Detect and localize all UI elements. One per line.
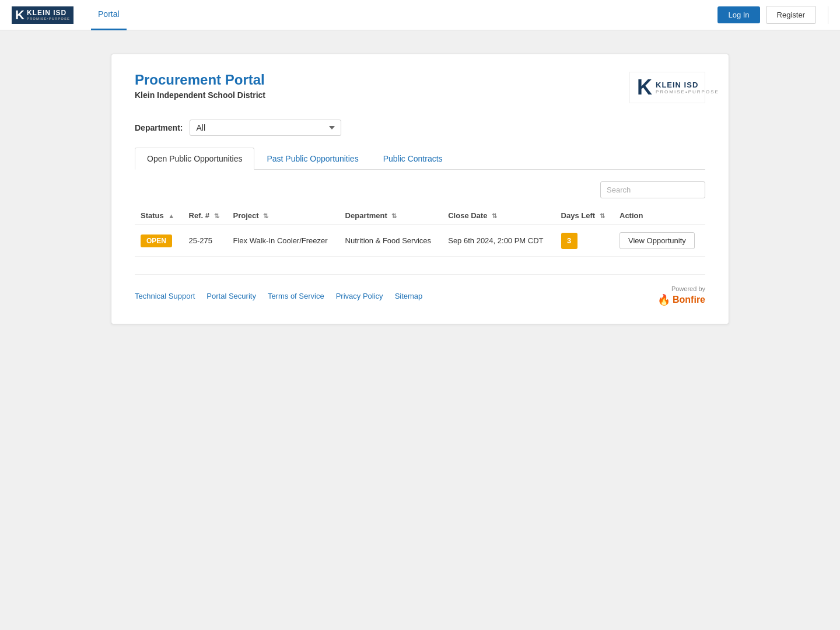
nav-divider <box>828 6 828 24</box>
top-navigation: K KLEIN ISD PROMISE•PURPOSE Portal Log I… <box>0 0 840 30</box>
card-header: Procurement Portal Klein Independent Sch… <box>135 72 705 103</box>
page-wrapper: Procurement Portal Klein Independent Sch… <box>99 54 741 324</box>
powered-by-label: Powered by <box>671 285 705 292</box>
powered-by: Powered by 🔥 Bonfire <box>657 285 705 306</box>
footer-technical-support[interactable]: Technical Support <box>135 292 195 300</box>
col-ref: Ref. # ⇅ <box>183 206 228 225</box>
row-project: Flex Walk-In Cooler/Freezer <box>228 225 340 257</box>
table-header-row: Status ▲ Ref. # ⇅ Project ⇅ Department ⇅ <box>135 206 705 225</box>
tab-past-public-opportunities[interactable]: Past Public Opportunities <box>254 148 370 170</box>
row-department: Nutrition & Food Services <box>340 225 443 257</box>
department-select[interactable]: All Nutrition & Food Services Administra… <box>190 120 341 136</box>
header-logo: K KLEIN ISD PROMISE•PURPOSE <box>629 72 705 103</box>
header-logo-k: K <box>637 77 652 98</box>
main-card: Procurement Portal Klein Independent Sch… <box>111 54 729 324</box>
col-department: Department ⇅ <box>340 206 443 225</box>
footer-portal-security[interactable]: Portal Security <box>206 292 256 300</box>
logo-k-letter: K <box>15 9 24 22</box>
card-footer: Technical Support Portal Security Terms … <box>135 274 705 306</box>
sort-department-icon[interactable]: ⇅ <box>391 212 397 220</box>
register-button[interactable]: Register <box>766 6 816 24</box>
header-logo-tagline: PROMISE•PURPOSE <box>656 89 719 94</box>
header-logo-klein: KLEIN ISD <box>656 80 719 89</box>
col-close-date: Close Date ⇅ <box>442 206 555 225</box>
sort-close-date-icon[interactable]: ⇅ <box>492 212 497 220</box>
tab-open-public-opportunities[interactable]: Open Public Opportunities <box>135 148 254 170</box>
status-badge: OPEN <box>141 235 172 247</box>
sort-days-left-icon[interactable]: ⇅ <box>600 212 605 220</box>
login-button[interactable]: Log In <box>718 6 760 23</box>
department-filter-row: Department: All Nutrition & Food Service… <box>135 120 705 136</box>
col-days-left: Days Left ⇅ <box>555 206 614 225</box>
department-label: Department: <box>135 123 183 132</box>
footer-sitemap[interactable]: Sitemap <box>395 292 423 300</box>
sort-ref-icon[interactable]: ⇅ <box>214 212 219 220</box>
nav-logo: K KLEIN ISD PROMISE•PURPOSE <box>12 6 74 24</box>
row-ref: 25-275 <box>183 225 228 257</box>
tabs-row: Open Public Opportunities Past Public Op… <box>135 148 705 170</box>
sort-status-icon[interactable]: ▲ <box>168 212 174 219</box>
table-row: OPEN 25-275 Flex Walk-In Cooler/Freezer … <box>135 225 705 257</box>
col-status: Status ▲ <box>135 206 183 225</box>
col-action: Action <box>614 206 705 225</box>
footer-terms-of-service[interactable]: Terms of Service <box>268 292 324 300</box>
col-project: Project ⇅ <box>228 206 340 225</box>
bonfire-icon: 🔥 <box>657 293 670 306</box>
search-row <box>135 181 705 198</box>
search-input[interactable] <box>600 181 705 198</box>
bonfire-name: Bonfire <box>673 295 705 305</box>
portal-subtitle: Klein Independent School District <box>135 90 265 100</box>
bonfire-brand: 🔥 Bonfire <box>657 293 705 306</box>
row-action: View Opportunity <box>614 225 705 257</box>
logo-klein-text: KLEIN ISD <box>27 9 70 17</box>
row-status: OPEN <box>135 225 183 257</box>
portal-title: Procurement Portal <box>135 72 265 88</box>
row-days-left: 3 <box>555 225 614 257</box>
sort-project-icon[interactable]: ⇅ <box>263 212 268 220</box>
opportunities-table: Status ▲ Ref. # ⇅ Project ⇅ Department ⇅ <box>135 206 705 257</box>
header-text: Procurement Portal Klein Independent Sch… <box>135 72 265 100</box>
view-opportunity-button[interactable]: View Opportunity <box>620 232 695 249</box>
footer-links: Technical Support Portal Security Terms … <box>135 292 422 300</box>
footer-privacy-policy[interactable]: Privacy Policy <box>336 292 383 300</box>
nav-portal-link[interactable]: Portal <box>91 0 127 30</box>
row-close-date: Sep 6th 2024, 2:00 PM CDT <box>442 225 555 257</box>
days-left-badge: 3 <box>561 233 578 249</box>
logo-tagline: PROMISE•PURPOSE <box>27 17 70 21</box>
tab-public-contracts[interactable]: Public Contracts <box>371 148 455 170</box>
